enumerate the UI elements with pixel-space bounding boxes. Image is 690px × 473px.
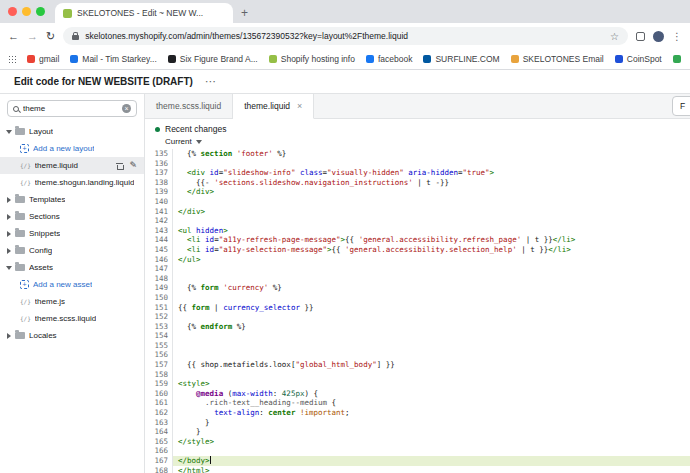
code-line[interactable]: 162 text-align: center !important; [145,408,690,418]
bookmark-item-mail-tim-starkey[interactable]: Mail - Tim Starkey... [70,54,156,64]
tree-folder-locales[interactable]: Locales [0,327,144,344]
bookmark-item-coinspot[interactable]: CoinSpot [615,54,662,64]
code-line[interactable]: 158 [145,370,690,380]
code-line[interactable]: 154 [145,331,690,341]
folder-icon [15,247,25,254]
browser-tab[interactable]: SKELOTONES - Edit ~ NEW W... [55,3,233,23]
bookmark-item-facebook[interactable]: facebook [366,54,413,64]
code-line[interactable]: 144 <li id="a11y-refresh-page-message">{… [145,235,690,245]
apps-grid-icon[interactable] [8,55,16,63]
tree-file-theme-scss-liquid[interactable]: theme.scss.liquid [0,310,144,327]
search-box[interactable]: × [7,100,137,117]
tree-folder-layout[interactable]: Layout [0,123,144,140]
bookmark-star-icon[interactable]: ☆ [610,31,619,42]
zoom-window-icon[interactable] [36,7,45,16]
code-area[interactable]: 135 {% section 'footer' %}136137 <div id… [145,149,690,473]
tree-folder-snippets[interactable]: Snippets [0,225,144,242]
chevron-collapsed-icon[interactable] [7,231,11,237]
code-line[interactable]: 137 <div id="slideshow-info" class="visu… [145,168,690,178]
close-window-icon[interactable] [8,7,17,16]
code-line[interactable]: 136 [145,159,690,169]
code-line[interactable]: 155 [145,341,690,351]
code-line[interactable]: 138 {{- 'sections.slideshow.navigation_i… [145,178,690,188]
bookmark-item-skelotones-email[interactable]: SKELOTONES Email [511,54,604,64]
search-input[interactable] [23,104,118,113]
code-line[interactable]: 159<style> [145,379,690,389]
clear-search-icon[interactable]: × [122,104,131,113]
cutoff-right-button[interactable]: F [672,96,690,116]
code-line[interactable]: 160 @media (max-width: 425px) { [145,389,690,399]
bookmark-item-gmail[interactable]: gmail [27,54,59,64]
editor-tab-theme-scss-liquid[interactable]: theme.scss.liquid [145,94,233,118]
code-line[interactable]: 167</body> [145,456,690,466]
code-line[interactable]: 152 [145,312,690,322]
code-line[interactable]: 145 <li id="a11y-selection-message">{{ '… [145,245,690,255]
code-line[interactable]: 135 {% section 'footer' %} [145,149,690,159]
code-line[interactable]: 146</ul> [145,255,690,265]
tree-action-add-a-new-asset[interactable]: Add a new asset [0,276,144,293]
folder-icon [15,332,25,339]
chevron-expanded-icon[interactable] [6,266,12,270]
bookmark-item-surfline-com[interactable]: SURFLINE.COM [423,54,499,64]
code-line[interactable]: 161 .rich-text__heading--medium { [145,398,690,408]
back-icon[interactable]: ← [8,30,19,42]
bookmark-item-shopify-hosting-info[interactable]: Shopify hosting info [269,54,355,64]
minimize-window-icon[interactable] [22,7,31,16]
file-sidebar: × LayoutAdd a new layouttheme.liquidthem… [0,94,145,473]
code-text: <div id="slideshow-info" class="visually… [173,168,690,178]
extensions-icon[interactable] [636,32,645,41]
version-dropdown[interactable]: Current [165,137,680,146]
code-line[interactable]: 140 [145,197,690,207]
tree-folder-config[interactable]: Config [0,242,144,259]
forward-icon[interactable]: → [27,30,38,42]
reload-icon[interactable]: ↻ [46,30,55,43]
tree-folder-assets[interactable]: Assets [0,259,144,276]
profile-avatar[interactable] [653,31,664,42]
tree-file-theme-js[interactable]: theme.js [0,293,144,310]
chevron-collapsed-icon[interactable] [7,214,11,220]
code-line[interactable]: 147 [145,264,690,274]
chevron-collapsed-icon[interactable] [7,248,11,254]
close-tab-icon[interactable]: × [297,101,302,111]
code-line[interactable]: 168</html> [145,466,690,473]
tree-action-add-a-new-layout[interactable]: Add a new layout [0,140,144,157]
code-text: {{ form | currency_selector }} [173,303,690,313]
code-line[interactable]: 143<ul hidden> [145,226,690,236]
code-line[interactable]: 153 {% endform %} [145,322,690,332]
chevron-expanded-icon[interactable] [6,130,12,134]
rename-file-icon[interactable] [129,161,137,170]
code-line[interactable]: 142 [145,216,690,226]
delete-file-icon[interactable] [116,162,123,170]
chevron-collapsed-icon[interactable] [7,333,11,339]
line-number: 160 [145,389,173,399]
code-line[interactable]: 141</div> [145,207,690,217]
line-number: 146 [145,255,173,265]
code-line[interactable]: 150 [145,293,690,303]
code-line[interactable]: 163 } [145,418,690,428]
line-number: 149 [145,283,173,293]
code-line[interactable]: 149 {% form 'currency' %} [145,283,690,293]
tree-folder-templates[interactable]: Templates [0,191,144,208]
editor-tab-theme-liquid[interactable]: theme.liquid × [233,94,314,119]
header-overflow-menu-icon[interactable]: ⋯ [205,75,217,88]
code-line[interactable]: 148 [145,274,690,284]
browser-menu-icon[interactable]: ⋮ [672,31,682,42]
code-line[interactable]: 164 } [145,427,690,437]
code-line[interactable]: 156 [145,350,690,360]
chevron-collapsed-icon[interactable] [7,197,11,203]
new-tab-button[interactable]: + [241,6,248,20]
tree-file-theme-shogun-landing-liquid[interactable]: theme.shogun.landing.liquid [0,174,144,191]
bookmark-item-skelotones-s[interactable]: SKELOTONES ~ S... [673,54,682,64]
code-line[interactable]: 166 [145,446,690,456]
tree-file-theme-liquid[interactable]: theme.liquid [0,157,144,174]
liquid-file-icon [20,298,31,305]
bookmark-item-six-figure-brand-a[interactable]: Six Figure Brand A... [168,54,258,64]
code-line[interactable]: 151{{ form | currency_selector }} [145,303,690,313]
line-number: 139 [145,187,173,197]
code-line[interactable]: 139 </div> [145,187,690,197]
code-line[interactable]: 157 {{ shop.metafields.loox["global_html… [145,360,690,370]
address-bar[interactable]: skelotones.myshopify.com/admin/themes/13… [63,27,628,45]
code-line[interactable]: 165</style> [145,437,690,447]
tree-folder-sections[interactable]: Sections [0,208,144,225]
code-text [173,216,690,226]
